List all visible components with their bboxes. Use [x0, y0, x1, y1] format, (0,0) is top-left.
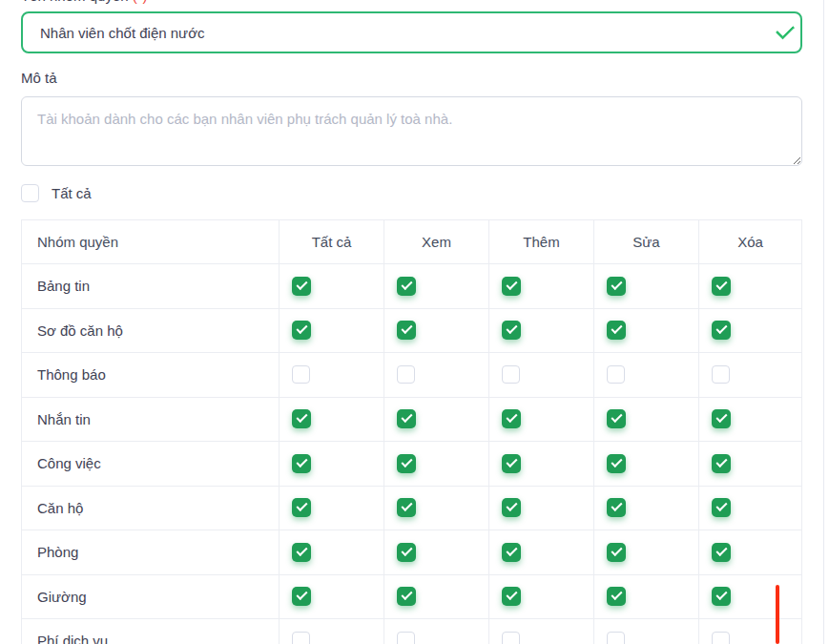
checkbox-cell [488, 575, 593, 619]
checkbox-cell [488, 398, 593, 442]
name-field-label-text: Tên nhóm quyền [21, 0, 133, 4]
permission-checkbox-checked[interactable] [607, 277, 626, 296]
checkbox-cell [383, 487, 488, 530]
permission-checkbox-checked[interactable] [397, 454, 416, 473]
permission-checkbox-checked[interactable] [712, 587, 731, 606]
permission-checkbox-unchecked[interactable] [397, 632, 415, 644]
permission-checkbox-checked[interactable] [502, 321, 521, 340]
select-all-label: Tất cả [52, 185, 92, 201]
table-row: Sơ đồ căn hộ [22, 309, 801, 354]
permission-checkbox-checked[interactable] [292, 277, 311, 296]
table-row: Bảng tin [22, 264, 801, 309]
permission-group-name-input[interactable] [21, 11, 802, 53]
permission-group-label: Phòng [22, 530, 279, 574]
permission-checkbox-checked[interactable] [292, 454, 311, 473]
permission-checkbox-unchecked[interactable] [292, 632, 310, 644]
permission-checkbox-checked[interactable] [607, 409, 626, 428]
table-row: Công việc [22, 442, 801, 487]
table-row: Giường [22, 575, 801, 620]
checkbox-cell [383, 619, 488, 644]
checkbox-cell [383, 264, 488, 308]
permission-checkbox-checked[interactable] [607, 321, 626, 340]
description-textarea[interactable] [21, 96, 802, 166]
permission-checkbox-checked[interactable] [292, 321, 311, 340]
checkbox-cell [698, 442, 801, 486]
column-header: Xem [383, 220, 488, 263]
checkbox-cell [698, 487, 801, 530]
permission-checkbox-checked[interactable] [397, 277, 416, 296]
permission-checkbox-checked[interactable] [607, 454, 626, 473]
permission-checkbox-checked[interactable] [292, 587, 311, 606]
table-header-row: Nhóm quyềnTất cảXemThêmSửaXóa [22, 220, 801, 264]
checkbox-cell [698, 309, 801, 353]
permission-checkbox-checked[interactable] [607, 587, 626, 606]
column-header: Thêm [488, 220, 593, 263]
permission-checkbox-unchecked[interactable] [397, 365, 415, 384]
checkbox-cell [698, 398, 801, 442]
column-header: Xóa [698, 220, 801, 263]
checkbox-cell [279, 309, 383, 353]
permission-checkbox-checked[interactable] [292, 409, 311, 428]
checkbox-cell [698, 353, 801, 397]
description-label: Mô tả [21, 70, 57, 86]
permission-checkbox-checked[interactable] [502, 543, 521, 562]
column-header: Sửa [593, 220, 698, 263]
checkbox-cell [279, 487, 383, 530]
required-asterisk: (*) [133, 0, 148, 4]
permission-checkbox-checked[interactable] [712, 321, 731, 340]
checkbox-cell [383, 353, 488, 397]
permission-checkbox-checked[interactable] [502, 409, 521, 428]
checkbox-cell [698, 530, 801, 574]
checkbox-cell [593, 575, 698, 619]
checkbox-cell [279, 353, 383, 397]
checkbox-cell [383, 530, 488, 574]
valid-check-icon [776, 21, 797, 40]
permission-checkbox-checked[interactable] [607, 498, 626, 517]
red-marker-line [776, 585, 779, 644]
checkbox-cell [593, 442, 698, 486]
permission-checkbox-checked[interactable] [712, 409, 731, 428]
checkbox-cell [383, 442, 488, 486]
permission-checkbox-unchecked[interactable] [712, 632, 730, 644]
permission-group-label: Công việc [22, 442, 279, 486]
permission-checkbox-checked[interactable] [712, 277, 731, 296]
permission-checkbox-checked[interactable] [397, 409, 416, 428]
permission-checkbox-unchecked[interactable] [712, 365, 730, 384]
select-all-checkbox[interactable] [21, 184, 39, 202]
checkbox-cell [593, 619, 698, 644]
checkbox-cell [279, 442, 383, 486]
checkbox-cell [279, 619, 383, 644]
permission-group-label: Giường [22, 575, 279, 619]
permission-checkbox-unchecked[interactable] [502, 365, 520, 384]
checkbox-cell [279, 264, 383, 308]
permission-group-label: Sơ đồ căn hộ [22, 309, 279, 353]
permission-checkbox-checked[interactable] [502, 587, 521, 606]
permission-checkbox-checked[interactable] [502, 454, 521, 473]
permission-checkbox-checked[interactable] [397, 321, 416, 340]
checkbox-cell [698, 619, 801, 644]
permission-checkbox-checked[interactable] [607, 543, 626, 562]
permission-checkbox-checked[interactable] [292, 543, 311, 562]
checkbox-cell [488, 309, 593, 353]
permission-checkbox-checked[interactable] [712, 543, 731, 562]
permission-checkbox-checked[interactable] [502, 277, 521, 296]
table-row: Căn hộ [22, 487, 801, 531]
permission-checkbox-unchecked[interactable] [607, 365, 625, 384]
permission-checkbox-unchecked[interactable] [292, 365, 310, 384]
permission-checkbox-checked[interactable] [397, 587, 416, 606]
permission-checkbox-checked[interactable] [712, 498, 731, 517]
table-body: Bảng tinSơ đồ căn hộThông báoNhắn tinCôn… [22, 264, 801, 644]
table-row: Phí dịch vụ [22, 619, 801, 644]
permission-checkbox-checked[interactable] [397, 498, 416, 517]
checkbox-cell [279, 575, 383, 619]
permission-checkbox-checked[interactable] [397, 543, 416, 562]
permission-group-label: Nhắn tin [22, 398, 279, 442]
column-header: Nhóm quyền [22, 220, 279, 263]
permission-checkbox-unchecked[interactable] [502, 632, 520, 644]
permission-checkbox-checked[interactable] [292, 498, 311, 517]
table-row: Phòng [22, 530, 801, 575]
permission-checkbox-checked[interactable] [502, 498, 521, 517]
permission-checkbox-checked[interactable] [712, 454, 731, 473]
table-row: Nhắn tin [22, 398, 801, 443]
permission-checkbox-unchecked[interactable] [607, 632, 625, 644]
